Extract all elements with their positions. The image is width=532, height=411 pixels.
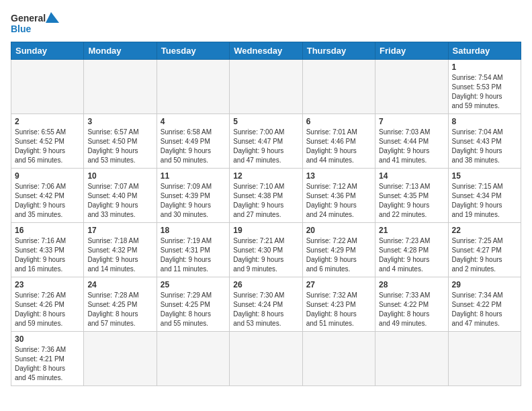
calendar-day-cell: [157, 332, 229, 386]
day-info: Sunrise: 7:19 AM Sunset: 4:31 PM Dayligh…: [161, 236, 226, 274]
calendar-day-cell: 30Sunrise: 7:36 AM Sunset: 4:21 PM Dayli…: [11, 332, 84, 386]
calendar-day-cell: 14Sunrise: 7:13 AM Sunset: 4:35 PM Dayli…: [375, 169, 448, 223]
calendar-day-cell: 21Sunrise: 7:23 AM Sunset: 4:28 PM Dayli…: [375, 223, 448, 277]
day-number: 28: [379, 280, 444, 289]
calendar-day-cell: 13Sunrise: 7:12 AM Sunset: 4:36 PM Dayli…: [302, 169, 375, 223]
calendar-day-cell: [375, 332, 448, 386]
day-info: Sunrise: 7:21 AM Sunset: 4:30 PM Dayligh…: [233, 236, 298, 274]
day-number: 22: [452, 226, 517, 235]
day-number: 17: [87, 226, 152, 235]
day-info: Sunrise: 6:57 AM Sunset: 4:50 PM Dayligh…: [87, 128, 152, 165]
day-info: Sunrise: 7:10 AM Sunset: 4:38 PM Dayligh…: [233, 182, 298, 220]
calendar-day-cell: 25Sunrise: 7:29 AM Sunset: 4:25 PM Dayli…: [157, 277, 229, 332]
day-number: 14: [379, 171, 444, 181]
calendar-day-cell: [230, 60, 302, 114]
day-number: 5: [233, 117, 298, 126]
weekday-header-tuesday: Tuesday: [157, 42, 229, 60]
calendar-day-cell: 10Sunrise: 7:07 AM Sunset: 4:40 PM Dayli…: [84, 169, 157, 223]
day-info: Sunrise: 7:09 AM Sunset: 4:39 PM Dayligh…: [161, 182, 226, 220]
calendar-week-row: 30Sunrise: 7:36 AM Sunset: 4:21 PM Dayli…: [11, 332, 521, 386]
day-info: Sunrise: 7:23 AM Sunset: 4:28 PM Dayligh…: [379, 236, 444, 274]
calendar-day-cell: 7Sunrise: 7:03 AM Sunset: 4:44 PM Daylig…: [375, 114, 448, 169]
day-number: 16: [15, 226, 80, 235]
day-number: 29: [452, 280, 517, 289]
day-number: 18: [161, 226, 226, 235]
calendar-day-cell: 15Sunrise: 7:15 AM Sunset: 4:34 PM Dayli…: [448, 169, 521, 223]
day-info: Sunrise: 7:00 AM Sunset: 4:47 PM Dayligh…: [233, 128, 298, 165]
calendar-day-cell: 8Sunrise: 7:04 AM Sunset: 4:43 PM Daylig…: [448, 114, 521, 169]
calendar-day-cell: 11Sunrise: 7:09 AM Sunset: 4:39 PM Dayli…: [157, 169, 229, 223]
day-number: 2: [15, 117, 80, 126]
day-info: Sunrise: 7:13 AM Sunset: 4:35 PM Dayligh…: [379, 182, 444, 220]
day-number: 25: [161, 280, 226, 289]
day-info: Sunrise: 7:36 AM Sunset: 4:21 PM Dayligh…: [15, 345, 80, 383]
calendar-day-cell: 20Sunrise: 7:22 AM Sunset: 4:29 PM Dayli…: [302, 223, 375, 277]
calendar-day-cell: [84, 332, 157, 386]
calendar-week-row: 16Sunrise: 7:16 AM Sunset: 4:33 PM Dayli…: [11, 223, 521, 277]
calendar-day-cell: 28Sunrise: 7:33 AM Sunset: 4:22 PM Dayli…: [375, 277, 448, 332]
calendar-day-cell: [302, 60, 375, 114]
calendar-day-cell: [448, 332, 521, 386]
calendar-day-cell: 23Sunrise: 7:26 AM Sunset: 4:26 PM Dayli…: [11, 277, 84, 332]
day-info: Sunrise: 7:54 AM Sunset: 5:53 PM Dayligh…: [452, 73, 517, 111]
day-number: 15: [452, 171, 517, 181]
day-info: Sunrise: 7:07 AM Sunset: 4:40 PM Dayligh…: [87, 182, 152, 220]
weekday-header-thursday: Thursday: [302, 42, 375, 60]
day-info: Sunrise: 7:15 AM Sunset: 4:34 PM Dayligh…: [452, 182, 517, 220]
calendar-week-row: 1Sunrise: 7:54 AM Sunset: 5:53 PM Daylig…: [11, 60, 521, 114]
calendar-week-row: 23Sunrise: 7:26 AM Sunset: 4:26 PM Dayli…: [11, 277, 521, 332]
day-number: 23: [15, 280, 80, 289]
calendar-day-cell: 29Sunrise: 7:34 AM Sunset: 4:22 PM Dayli…: [448, 277, 521, 332]
day-info: Sunrise: 7:04 AM Sunset: 4:43 PM Dayligh…: [452, 128, 517, 165]
calendar-day-cell: 27Sunrise: 7:32 AM Sunset: 4:23 PM Dayli…: [302, 277, 375, 332]
day-number: 20: [306, 226, 371, 235]
weekday-header-wednesday: Wednesday: [230, 42, 302, 60]
calendar-day-cell: [375, 60, 448, 114]
day-info: Sunrise: 7:29 AM Sunset: 4:25 PM Dayligh…: [161, 291, 226, 328]
day-number: 6: [306, 117, 371, 126]
day-number: 9: [15, 171, 80, 181]
day-info: Sunrise: 7:12 AM Sunset: 4:36 PM Dayligh…: [306, 182, 371, 220]
day-number: 21: [379, 226, 444, 235]
calendar-day-cell: 9Sunrise: 7:06 AM Sunset: 4:42 PM Daylig…: [11, 169, 84, 223]
day-info: Sunrise: 7:32 AM Sunset: 4:23 PM Dayligh…: [306, 291, 371, 328]
day-number: 1: [452, 62, 517, 72]
page-header: GeneralBlue: [11, 11, 521, 35]
day-info: Sunrise: 7:34 AM Sunset: 4:22 PM Dayligh…: [452, 291, 517, 328]
calendar-day-cell: 17Sunrise: 7:18 AM Sunset: 4:32 PM Dayli…: [84, 223, 157, 277]
calendar-day-cell: [157, 60, 229, 114]
day-number: 10: [87, 171, 152, 181]
day-number: 8: [452, 117, 517, 126]
day-info: Sunrise: 7:25 AM Sunset: 4:27 PM Dayligh…: [452, 236, 517, 274]
calendar-day-cell: 5Sunrise: 7:00 AM Sunset: 4:47 PM Daylig…: [230, 114, 302, 169]
calendar-day-cell: [84, 60, 157, 114]
calendar-day-cell: 4Sunrise: 6:58 AM Sunset: 4:49 PM Daylig…: [157, 114, 229, 169]
day-info: Sunrise: 7:01 AM Sunset: 4:46 PM Dayligh…: [306, 128, 371, 165]
calendar-day-cell: [302, 332, 375, 386]
calendar-table: SundayMondayTuesdayWednesdayThursdayFrid…: [11, 42, 521, 386]
day-info: Sunrise: 7:22 AM Sunset: 4:29 PM Dayligh…: [306, 236, 371, 274]
logo: GeneralBlue: [11, 11, 64, 35]
weekday-header-saturday: Saturday: [448, 42, 521, 60]
day-info: Sunrise: 7:26 AM Sunset: 4:26 PM Dayligh…: [15, 291, 80, 328]
day-number: 27: [306, 280, 371, 289]
weekday-header-sunday: Sunday: [11, 42, 84, 60]
day-number: 26: [233, 280, 298, 289]
day-number: 7: [379, 117, 444, 126]
weekday-header-monday: Monday: [84, 42, 157, 60]
calendar-day-cell: 3Sunrise: 6:57 AM Sunset: 4:50 PM Daylig…: [84, 114, 157, 169]
day-number: 30: [15, 334, 80, 344]
day-number: 19: [233, 226, 298, 235]
svg-text:General: General: [11, 13, 46, 24]
day-info: Sunrise: 7:03 AM Sunset: 4:44 PM Dayligh…: [379, 128, 444, 165]
day-number: 4: [161, 117, 226, 126]
calendar-day-cell: 22Sunrise: 7:25 AM Sunset: 4:27 PM Dayli…: [448, 223, 521, 277]
day-number: 3: [87, 117, 152, 126]
day-number: 24: [87, 280, 152, 289]
calendar-week-row: 2Sunrise: 6:55 AM Sunset: 4:52 PM Daylig…: [11, 114, 521, 169]
day-info: Sunrise: 7:33 AM Sunset: 4:22 PM Dayligh…: [379, 291, 444, 328]
calendar-day-cell: 6Sunrise: 7:01 AM Sunset: 4:46 PM Daylig…: [302, 114, 375, 169]
calendar-day-cell: 16Sunrise: 7:16 AM Sunset: 4:33 PM Dayli…: [11, 223, 84, 277]
calendar-day-cell: 19Sunrise: 7:21 AM Sunset: 4:30 PM Dayli…: [230, 223, 302, 277]
calendar-day-cell: 2Sunrise: 6:55 AM Sunset: 4:52 PM Daylig…: [11, 114, 84, 169]
